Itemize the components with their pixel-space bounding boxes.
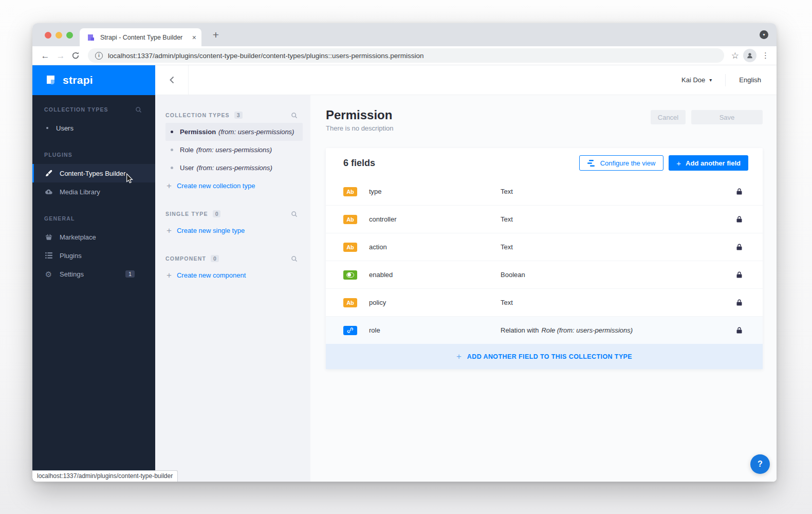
field-row-enabled[interactable]: enabled Boolean	[326, 261, 763, 288]
cloud-upload-icon	[44, 189, 53, 195]
sidebar-item-media-library[interactable]: Media Library	[32, 182, 155, 201]
save-button[interactable]: Save	[691, 110, 763, 124]
sidebar-item-plugins[interactable]: Plugins	[32, 246, 155, 265]
tab-strip: Strapi - Content Type Builder × + ▾	[32, 23, 777, 46]
field-row-action[interactable]: Ab action Text	[326, 233, 763, 261]
strapi-favicon	[87, 33, 95, 42]
field-type: Relation with Role (from: users-permissi…	[501, 326, 633, 334]
app-header: Kai Doe ▾ English	[155, 65, 777, 95]
url-text: localhost:1337/admin/plugins/content-typ…	[108, 52, 424, 60]
chevron-left-icon	[170, 76, 174, 84]
field-name: role	[369, 326, 501, 334]
reload-icon[interactable]	[71, 51, 80, 60]
create-collection-type-link[interactable]: + Create new collection type	[167, 177, 310, 195]
basket-icon	[44, 233, 53, 241]
type-origin: (from: users-permissions)	[196, 146, 272, 154]
subnav-item-role[interactable]: Role (from: users-permissions)	[165, 141, 303, 159]
help-button[interactable]: ?	[750, 454, 770, 474]
plus-icon: +	[167, 226, 172, 236]
page-subtitle: There is no description	[326, 124, 394, 132]
chevron-down-icon: ▾	[709, 77, 712, 83]
text-field-icon: Ab	[343, 187, 357, 196]
fields-list: Ab type Text Ab controller Text Ab	[326, 178, 763, 344]
status-url-tooltip: localhost:1337/admin/plugins/content-typ…	[32, 470, 178, 482]
collection-types-count: 3	[234, 112, 243, 119]
language-selector[interactable]: English	[739, 76, 761, 84]
cancel-button[interactable]: Cancel	[651, 110, 686, 124]
relation-field-icon	[343, 326, 357, 335]
lock-icon	[736, 299, 742, 306]
search-icon[interactable]	[291, 255, 298, 262]
field-row-type[interactable]: Ab type Text	[326, 178, 763, 205]
lock-icon	[736, 327, 742, 334]
search-icon[interactable]	[291, 112, 298, 119]
bookmark-star-icon[interactable]: ☆	[731, 50, 739, 61]
new-tab-button[interactable]: +	[208, 27, 224, 43]
tab-search-button[interactable]: ▾	[760, 30, 768, 39]
lock-icon	[736, 244, 742, 250]
sidebar-item-label: Content-Types Builder	[60, 170, 126, 177]
sidebar-section-plugins: PLUGINS	[44, 152, 72, 158]
field-name: controller	[369, 215, 501, 223]
subnav-item-permission[interactable]: Permission (from: users-permissions)	[165, 123, 303, 141]
type-name: User	[180, 164, 194, 172]
add-field-footer-button[interactable]: + ADD ANOTHER FIELD TO THIS COLLECTION T…	[326, 344, 763, 369]
user-menu[interactable]: Kai Doe ▾	[681, 76, 712, 84]
type-origin: (from: users-permissions)	[196, 164, 272, 172]
browser-profile-avatar[interactable]	[743, 49, 756, 62]
group-label-single-type: SINGLE TYPE	[165, 211, 208, 217]
field-name: policy	[369, 299, 501, 306]
strapi-logo[interactable]: strapi	[32, 65, 155, 95]
minimize-window-button[interactable]	[56, 32, 62, 39]
group-label-component: COMPONENT	[165, 255, 206, 262]
create-component-link[interactable]: + Create new component	[167, 266, 310, 284]
subnav-item-user[interactable]: User (from: users-permissions)	[165, 159, 303, 177]
sidebar-item-users[interactable]: Users	[32, 119, 155, 137]
sidebar-item-marketplace[interactable]: Marketplace	[32, 228, 155, 246]
main-content: Permission There is no description Cance…	[310, 95, 777, 482]
type-name: Permission	[180, 128, 216, 136]
search-icon[interactable]	[135, 106, 142, 113]
sidebar-item-label: Users	[56, 124, 73, 132]
sidebar-item-label: Media Library	[60, 188, 100, 196]
site-info-icon[interactable]: i	[95, 52, 103, 60]
address-bar[interactable]: i localhost:1337/admin/plugins/content-t…	[88, 48, 724, 63]
field-row-controller[interactable]: Ab controller Text	[326, 205, 763, 233]
page-title: Permission	[326, 108, 394, 122]
type-name: Role	[180, 146, 194, 154]
component-count: 0	[211, 255, 219, 262]
browser-toolbar: ← → i localhost:1337/admin/plugins/conte…	[32, 46, 777, 65]
plus-icon: +	[167, 181, 172, 191]
plus-icon: +	[676, 159, 681, 168]
forward-icon[interactable]: →	[55, 51, 66, 60]
sidebar-section-collection-types: COLLECTION TYPES	[44, 106, 108, 113]
tab-close-icon[interactable]: ×	[192, 33, 196, 42]
lock-icon	[736, 216, 742, 223]
strapi-logo-icon	[45, 74, 58, 86]
sidebar-item-settings[interactable]: ⚙ Settings 1	[32, 265, 155, 283]
fields-card: 6 fields Configure the view + Add anothe…	[326, 148, 763, 369]
back-navigation-button[interactable]	[155, 65, 189, 95]
add-another-field-button[interactable]: + Add another field	[669, 155, 748, 171]
header-right: Kai Doe ▾ English	[681, 74, 777, 86]
sidebar-item-label: Marketplace	[60, 233, 96, 241]
field-row-policy[interactable]: Ab policy Text	[326, 288, 763, 316]
field-name: type	[369, 188, 501, 195]
bullet-dot	[171, 131, 173, 133]
sidebar-item-content-types-builder[interactable]: Content-Types Builder	[32, 164, 155, 182]
plus-icon: +	[456, 352, 462, 362]
field-row-role[interactable]: role Relation with Role (from: users-per…	[326, 316, 763, 344]
browser-menu-icon[interactable]: ⋮	[762, 51, 769, 60]
lock-icon	[736, 188, 742, 195]
field-name: enabled	[369, 271, 501, 279]
close-window-button[interactable]	[45, 32, 51, 39]
browser-window: Strapi - Content Type Builder × + ▾ ← → …	[32, 23, 777, 482]
gear-icon: ⚙	[44, 270, 53, 278]
search-icon[interactable]	[291, 211, 298, 217]
create-single-type-link[interactable]: + Create new single type	[167, 222, 310, 240]
browser-tab[interactable]: Strapi - Content Type Builder ×	[80, 28, 201, 46]
back-icon[interactable]: ←	[40, 51, 51, 60]
zoom-window-button[interactable]	[66, 32, 73, 39]
user-name: Kai Doe	[681, 76, 705, 84]
configure-view-button[interactable]: Configure the view	[579, 155, 664, 171]
